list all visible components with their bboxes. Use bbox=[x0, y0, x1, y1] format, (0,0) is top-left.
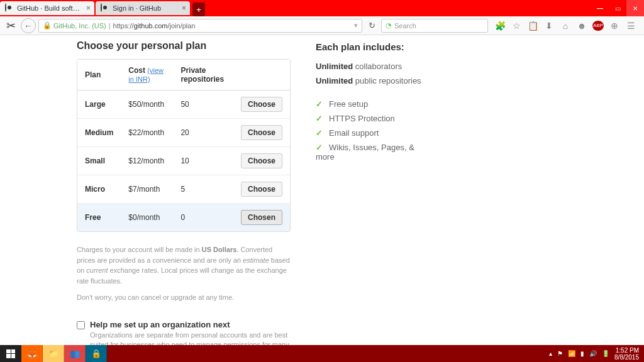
tab-close-icon[interactable]: × bbox=[182, 4, 186, 13]
menu-icon[interactable]: ☰ bbox=[625, 21, 636, 31]
window-maximize[interactable] bbox=[609, 0, 626, 16]
toolbar-icons: 🧩 ☆ 📋 ⬇ ⌂ ☻ ABP ⊕ ☰ bbox=[491, 21, 640, 31]
tab-close-icon[interactable]: × bbox=[86, 4, 91, 13]
url-scheme: https:// bbox=[113, 22, 134, 30]
browser-tab-active[interactable]: GitHub · Build software bet... × bbox=[0, 1, 94, 15]
org-checkbox[interactable] bbox=[77, 321, 85, 329]
col-private: Private repositories bbox=[173, 60, 233, 90]
tab-label: Sign in · GitHub bbox=[113, 4, 161, 12]
windows-taskbar: 🦊 📁 👥 🔒 ▴ ⚑ 📶 ▮ 🔊 🔋 1:52 PM 8/8/2015 bbox=[0, 345, 644, 362]
address-bar[interactable]: 🔒 GitHub, Inc. (US) | https:// github.co… bbox=[38, 19, 362, 33]
tray-battery-icon[interactable]: 🔋 bbox=[602, 350, 609, 357]
search-placeholder: Search bbox=[394, 22, 416, 30]
plan-cost: $12/month bbox=[121, 147, 173, 175]
plan-table: Plan Cost (view in INR) Private reposito… bbox=[77, 59, 291, 232]
taskbar-app[interactable]: 🔒 bbox=[86, 345, 107, 362]
plan-repos: 50 bbox=[173, 90, 233, 119]
github-favicon bbox=[101, 4, 109, 13]
feature-item: Wikis, Issues, Pages, & more bbox=[316, 140, 429, 164]
col-plan: Plan bbox=[77, 60, 121, 90]
org-desc: Organizations are separate from personal… bbox=[90, 331, 291, 345]
github-favicon bbox=[5, 4, 14, 13]
browser-toolbar: ✂ ← 🔒 GitHub, Inc. (US) | https:// githu… bbox=[0, 16, 644, 35]
lock-icon: 🔒 bbox=[43, 21, 52, 30]
tray-clock[interactable]: 1:52 PM 8/8/2015 bbox=[614, 347, 639, 361]
plan-name: Free bbox=[77, 204, 121, 232]
start-button[interactable] bbox=[0, 345, 21, 362]
browser-tab[interactable]: Sign in · GitHub × bbox=[96, 1, 190, 15]
download-icon[interactable]: ⬇ bbox=[543, 21, 555, 31]
screenshot-icon[interactable]: ✂ bbox=[6, 19, 16, 33]
plan-name: Medium bbox=[77, 119, 121, 147]
plan-cost: $22/month bbox=[121, 119, 173, 147]
reload-button[interactable]: ↻ bbox=[365, 21, 379, 30]
page-title: Choose your personal plan bbox=[77, 40, 291, 52]
plan-row: Medium$22/month20Choose bbox=[77, 119, 290, 147]
page-viewport: Choose your personal plan Plan Cost (vie… bbox=[0, 35, 644, 345]
tray-network-icon[interactable]: 📶 bbox=[568, 350, 575, 357]
feature-item: HTTPS Protection bbox=[316, 111, 429, 126]
plan-row: Micro$7/month5Choose bbox=[77, 175, 290, 204]
dropdown-icon[interactable]: ▾ bbox=[354, 21, 358, 30]
window-minimize[interactable] bbox=[591, 0, 609, 16]
plan-repos: 10 bbox=[173, 147, 233, 175]
abp-icon[interactable]: ABP bbox=[592, 21, 604, 31]
back-button[interactable]: ← bbox=[21, 18, 36, 33]
tray-flag-icon[interactable]: ⚑ bbox=[557, 350, 563, 357]
window-controls bbox=[591, 0, 644, 16]
puzzle-icon[interactable]: 🧩 bbox=[494, 21, 506, 31]
currency-disclaimer: Charges to your account will be made in … bbox=[77, 244, 291, 286]
globe-icon[interactable]: ⊕ bbox=[609, 21, 620, 31]
window-titlebar: GitHub · Build software bet... × Sign in… bbox=[0, 0, 644, 16]
taskbar-people[interactable]: 👥 bbox=[64, 345, 86, 362]
tray-up-icon[interactable]: ▴ bbox=[549, 350, 552, 357]
plan-row: Small$12/month10Choose bbox=[77, 147, 290, 175]
tray-volume-icon[interactable]: 🔊 bbox=[589, 350, 597, 357]
plan-repos: 0 bbox=[173, 204, 233, 232]
clipboard-icon[interactable]: 📋 bbox=[527, 21, 538, 31]
plan-name: Large bbox=[77, 90, 121, 119]
choose-button[interactable]: Choose bbox=[241, 153, 282, 168]
system-tray: ▴ ⚑ 📶 ▮ 🔊 🔋 1:52 PM 8/8/2015 bbox=[549, 347, 644, 361]
includes-line: Unlimited collaborators bbox=[316, 62, 429, 71]
tray-signal-icon[interactable]: ▮ bbox=[580, 350, 584, 357]
plan-cost: $0/month bbox=[121, 204, 173, 232]
url-identity: GitHub, Inc. (US) bbox=[53, 22, 106, 30]
choose-button[interactable]: Choose bbox=[241, 182, 282, 197]
plan-repos: 20 bbox=[173, 119, 233, 147]
taskbar-firefox[interactable]: 🦊 bbox=[21, 345, 43, 362]
taskbar-explorer[interactable]: 📁 bbox=[43, 345, 64, 362]
choose-button[interactable]: Choose bbox=[241, 97, 282, 112]
org-label: Help me set up an organization next bbox=[90, 320, 291, 329]
browser-tabs: GitHub · Build software bet... × Sign in… bbox=[0, 0, 591, 16]
url-path: /join/plan bbox=[167, 22, 195, 30]
plan-includes-box: Each plan includes: Unlimited collaborat… bbox=[316, 41, 429, 164]
cancel-disclaimer: Don't worry, you can cancel or upgrade a… bbox=[77, 293, 291, 301]
plan-row: Large$50/month50Choose bbox=[77, 90, 290, 119]
home-icon[interactable]: ⌂ bbox=[560, 21, 571, 31]
plan-name: Micro bbox=[77, 175, 121, 204]
col-cost: Cost (view in INR) bbox=[121, 60, 173, 90]
url-host: github.com bbox=[134, 22, 168, 30]
includes-line: Unlimited public repositories bbox=[316, 76, 429, 85]
org-setup-row: Help me set up an organization next Orga… bbox=[77, 320, 291, 345]
plan-row: Free$0/month0Chosen bbox=[77, 204, 290, 232]
chat-icon[interactable]: ☻ bbox=[576, 21, 587, 31]
new-tab-button[interactable]: + bbox=[192, 3, 205, 16]
tab-label: GitHub · Build software bet... bbox=[17, 4, 80, 12]
plan-cost: $7/month bbox=[121, 175, 173, 204]
choose-button[interactable]: Choose bbox=[241, 125, 282, 140]
plan-name: Small bbox=[77, 147, 121, 175]
includes-title: Each plan includes: bbox=[316, 41, 429, 52]
window-close[interactable] bbox=[626, 0, 644, 16]
feature-item: Email support bbox=[316, 126, 429, 140]
plan-repos: 5 bbox=[173, 175, 233, 204]
feature-item: Free setup bbox=[316, 97, 429, 111]
choose-button[interactable]: Chosen bbox=[241, 210, 282, 225]
plan-cost: $50/month bbox=[121, 90, 173, 119]
star-icon[interactable]: ☆ bbox=[511, 21, 522, 31]
search-bar[interactable]: ◔ Search bbox=[381, 19, 488, 33]
search-engine-icon: ◔ bbox=[386, 21, 392, 30]
